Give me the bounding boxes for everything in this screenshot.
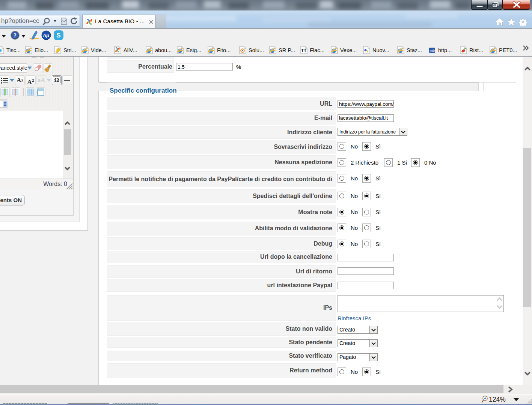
svg-text:hp: hp	[43, 33, 49, 38]
svg-text:mb: mb	[430, 49, 435, 52]
svg-text:TT: TT	[301, 48, 307, 53]
svg-text:S: S	[56, 32, 60, 39]
svg-text:?: ?	[14, 32, 17, 39]
